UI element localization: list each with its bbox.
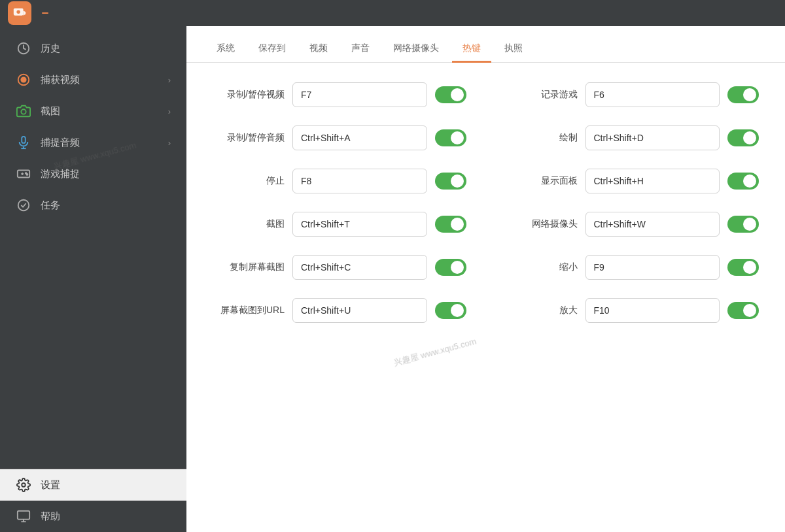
tab-hotkeys[interactable]: 热键 [452,36,491,63]
tab-webcam[interactable]: 网络摄像头 [383,36,449,63]
hotkey-input-4-right[interactable]: F9 [585,255,720,280]
hotkey-input-0-left[interactable]: F7 [292,82,427,107]
hotkey-row-1-left: 录制/暂停音频Ctrl+Shift+A [213,125,466,150]
hotkey-label-0-right: 记录游戏 [506,89,578,101]
hotkey-row-5-right: 放大F10 [506,298,759,323]
gear-icon [16,477,31,493]
svg-point-5 [20,76,26,82]
sidebar-label-help: 帮助 [41,510,60,523]
pro-badge [42,12,48,14]
sidebar-item-screenshot[interactable]: 截图 › [0,95,186,127]
sidebar-item-task[interactable]: 任务 [0,190,186,221]
hotkey-input-4-left[interactable]: Ctrl+Shift+C [292,255,427,280]
titlebar [0,0,785,26]
hotkey-row-3-right: 网络摄像头Ctrl+Shift+W [506,212,759,237]
toggle-4-right[interactable] [727,259,759,276]
titlebar-controls [717,7,777,20]
hotkey-row-1-right: 绘制Ctrl+Shift+D [506,125,759,150]
hotkey-label-2-right: 显示面板 [506,175,578,187]
clock-icon [16,41,31,56]
sidebar-label-capture-audio: 捕提音频 [41,137,80,149]
svg-rect-17 [18,511,29,520]
tab-license[interactable]: 执照 [494,36,533,63]
toggle-3-right[interactable] [727,216,759,233]
maximize-button[interactable] [741,7,754,20]
hotkey-row-2-right: 显示面板Ctrl+Shift+H [506,169,759,193]
hotkey-input-2-left[interactable]: F8 [292,169,427,193]
hotkey-input-5-left[interactable]: Ctrl+Shift+U [292,298,427,323]
help-icon [16,508,31,524]
hotkey-row-2-left: 停止F8 [213,169,466,193]
sidebar-item-history[interactable]: 历史 [0,33,186,64]
hotkey-label-0-left: 录制/暂停视频 [213,89,285,101]
tab-video[interactable]: 视频 [299,36,338,63]
sidebar-item-game-capture[interactable]: 游戏捕捉 [0,158,186,190]
toggle-2-right[interactable] [727,173,759,190]
close-button[interactable] [764,7,777,20]
toggle-5-left[interactable] [435,302,466,319]
sidebar-nav: 历史 捕获视频 › [0,26,186,469]
hotkey-input-3-right[interactable]: Ctrl+Shift+W [585,212,720,237]
svg-marker-1 [24,10,26,15]
hotkey-label-3-right: 网络摄像头 [506,218,578,230]
sidebar-label-task: 任务 [41,199,60,212]
record-icon [16,72,31,88]
toggle-0-left[interactable] [435,86,466,103]
sidebar-label-game-capture: 游戏捕捉 [41,168,80,180]
sidebar-label-settings: 设置 [41,479,60,491]
task-icon [16,197,31,213]
hotkey-grid: 录制/暂停视频F7记录游戏F6录制/暂停音频Ctrl+Shift+A绘制Ctrl… [213,82,759,323]
sidebar-label-screenshot: 截图 [41,105,60,118]
settings-content: 录制/暂停视频F7记录游戏F6录制/暂停音频Ctrl+Shift+A绘制Ctrl… [186,63,785,532]
hotkey-row-0-right: 记录游戏F6 [506,82,759,107]
toggle-1-right[interactable] [727,129,759,146]
toggle-3-left[interactable] [435,216,466,233]
hotkey-label-2-left: 停止 [213,175,285,187]
minimize-button[interactable] [717,7,730,20]
app-title-block [38,12,48,14]
hotkey-label-4-right: 缩小 [506,261,578,273]
sidebar-item-capture-audio[interactable]: 捕提音频 › [0,127,186,158]
sidebar-bottom: 设置 帮助 [0,469,186,532]
chevron-right-icon2: › [168,107,171,116]
svg-point-6 [21,109,26,114]
svg-point-15 [18,200,29,211]
sidebar: 历史 捕获视频 › [0,26,186,532]
sidebar-item-capture-video[interactable]: 捕获视频 › [0,64,186,95]
hotkey-input-2-right[interactable]: Ctrl+Shift+H [585,169,720,193]
hotkey-input-5-right[interactable]: F10 [585,298,720,323]
hotkey-label-3-left: 截图 [213,218,285,230]
toggle-1-left[interactable] [435,129,466,146]
hotkey-input-1-left[interactable]: Ctrl+Shift+A [292,125,427,150]
sidebar-label-capture-video: 捕获视频 [41,74,80,86]
tabs-bar: 系统 保存到 视频 声音 网络摄像头 热键 执照 [186,26,785,63]
svg-point-14 [27,174,28,175]
hotkey-row-4-left: 复制屏幕截图Ctrl+Shift+C [213,255,466,280]
hotkey-row-0-left: 录制/暂停视频F7 [213,82,466,107]
sidebar-item-help[interactable]: 帮助 [0,501,186,532]
toggle-5-right[interactable] [727,302,759,319]
hotkey-row-5-left: 屏幕截图到URLCtrl+Shift+U [213,298,466,323]
hotkey-label-5-left: 屏幕截图到URL [213,305,285,316]
tab-system[interactable]: 系统 [206,36,245,63]
toggle-2-left[interactable] [435,173,466,190]
svg-point-16 [22,483,26,487]
hotkey-row-3-left: 截图Ctrl+Shift+T [213,212,466,237]
main-layout: 历史 捕获视频 › [0,26,785,532]
toggle-4-left[interactable] [435,259,466,276]
hotkey-label-1-right: 绘制 [506,132,578,144]
hotkey-label-4-left: 复制屏幕截图 [213,261,285,273]
camera-icon [16,103,31,119]
svg-rect-7 [22,137,26,143]
hotkey-input-0-right[interactable]: F6 [585,82,720,107]
hotkey-row-4-right: 缩小F9 [506,255,759,280]
toggle-0-right[interactable] [727,86,759,103]
hotkey-input-3-left[interactable]: Ctrl+Shift+T [292,212,427,237]
tab-saveto[interactable]: 保存到 [248,36,296,63]
sidebar-item-settings[interactable]: 设置 [0,469,186,501]
hotkey-input-1-right[interactable]: Ctrl+Shift+D [585,125,720,150]
chevron-right-icon: › [168,75,171,85]
tab-audio[interactable]: 声音 [341,36,380,63]
hotkey-label-5-right: 放大 [506,305,578,316]
hotkey-label-1-left: 录制/暂停音频 [213,132,285,144]
